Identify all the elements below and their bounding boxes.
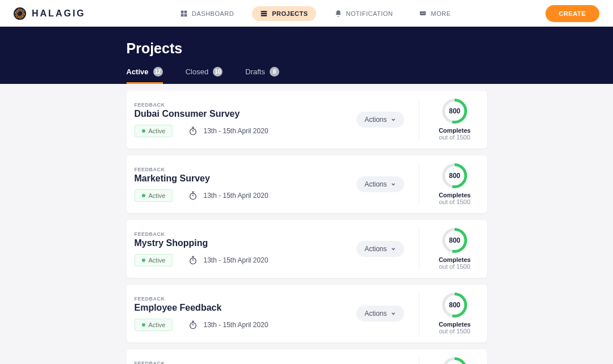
- chevron-down-icon: [391, 311, 396, 316]
- nav-more[interactable]: MORE: [411, 6, 459, 21]
- completes-ring: 800: [442, 293, 467, 318]
- tab-drafts[interactable]: Drafts 8: [245, 67, 279, 84]
- hero-section: Projects Active 12 Closed 10 Drafts 8: [0, 27, 613, 84]
- actions-label: Actions: [364, 116, 387, 124]
- tab-active-count: 12: [153, 67, 163, 77]
- card-meta-row: Active 13th - 15th April 2020: [135, 125, 357, 137]
- card-actions: Actions: [356, 176, 404, 192]
- actions-label: Actions: [364, 180, 387, 188]
- date-range: 13th - 15th April 2020: [188, 256, 268, 265]
- svg-point-11: [190, 129, 196, 135]
- completes-label: Completes: [434, 321, 476, 328]
- status-pill: Active: [135, 254, 173, 266]
- card-main: FEEDBACK Marketing Survey Active 13th - …: [135, 167, 357, 202]
- project-card: FEEDBACK Dubai Consumer Survey Active 13…: [127, 91, 487, 149]
- card-title: Mystry Shopping: [135, 238, 357, 248]
- status-pill: Active: [135, 125, 173, 137]
- tab-closed-label: Closed: [186, 67, 208, 76]
- project-list: FEEDBACK Dubai Consumer Survey Active 13…: [127, 84, 487, 364]
- logo-icon: [14, 7, 26, 20]
- brand-name: HALAGIG: [32, 9, 86, 19]
- bell-icon: [334, 10, 342, 18]
- tabs: Active 12 Closed 10 Drafts 8: [127, 67, 487, 84]
- date-text: 13th - 15th April 2020: [203, 256, 268, 264]
- tab-active[interactable]: Active 12: [127, 67, 163, 84]
- nav-projects[interactable]: PROJECTS: [252, 6, 316, 21]
- completes-value: 800: [449, 236, 460, 244]
- status-dot-icon: [142, 323, 145, 327]
- actions-button[interactable]: Actions: [356, 112, 404, 128]
- status-dot-icon: [142, 129, 145, 133]
- completes-ring: 800: [442, 99, 467, 124]
- card-actions: Actions: [356, 112, 404, 128]
- nav-dashboard[interactable]: DASHBOARD: [172, 6, 242, 21]
- card-title: Dubai Consumer Survey: [135, 109, 357, 119]
- topbar: HALAGIG DASHBOARD PROJECTS NOTIFICATION …: [0, 0, 613, 27]
- card-stats: 800 Completes out of 1500: [419, 163, 476, 205]
- svg-rect-3: [184, 14, 187, 16]
- page-title: Projects: [127, 40, 487, 57]
- completes-sub: out of 1500: [434, 328, 476, 335]
- top-nav: DASHBOARD PROJECTS NOTIFICATION MORE: [172, 6, 459, 21]
- svg-rect-1: [184, 10, 187, 13]
- date-text: 13th - 15th April 2020: [203, 192, 268, 200]
- svg-rect-0: [181, 10, 184, 13]
- svg-point-8: [421, 12, 422, 13]
- svg-rect-5: [261, 12, 267, 14]
- date-text: 13th - 15th April 2020: [203, 127, 268, 135]
- status-label: Active: [149, 257, 166, 264]
- nav-notification-label: NOTIFICATION: [346, 10, 393, 17]
- completes-ring: 800: [442, 228, 467, 253]
- nav-dashboard-label: DASHBOARD: [192, 10, 234, 17]
- projects-icon: [260, 10, 268, 18]
- nav-projects-label: PROJECTS: [272, 10, 308, 17]
- more-icon: [419, 10, 427, 18]
- status-pill: Active: [135, 189, 173, 202]
- card-kicker: FEEDBACK: [135, 102, 357, 108]
- svg-point-10: [424, 12, 425, 13]
- card-meta-row: Active 13th - 15th April 2020: [135, 189, 357, 202]
- actions-label: Actions: [364, 245, 387, 253]
- card-kicker: FEEDBACK: [135, 296, 357, 302]
- svg-point-9: [423, 12, 423, 13]
- status-dot-icon: [142, 259, 145, 262]
- date-text: 13th - 15th April 2020: [203, 321, 268, 329]
- card-actions: Actions: [356, 306, 404, 321]
- chevron-down-icon: [391, 181, 396, 187]
- completes-value: 800: [449, 301, 460, 309]
- status-pill: Active: [135, 319, 173, 331]
- completes-sub: out of 1500: [434, 198, 476, 205]
- card-stats: 800 Completes out of 1500: [419, 357, 476, 364]
- svg-rect-6: [261, 15, 267, 16]
- actions-button[interactable]: Actions: [356, 306, 404, 321]
- card-main: FEEDBACK Dubai Consumer Survey Active 13…: [135, 102, 357, 137]
- stopwatch-icon: [188, 256, 198, 265]
- nav-notification[interactable]: NOTIFICATION: [326, 6, 401, 21]
- card-main: FEEDBACK Customer Service Survey Active …: [135, 361, 357, 364]
- completes-sub: out of 1500: [434, 263, 476, 270]
- svg-rect-2: [181, 14, 184, 16]
- stopwatch-icon: [188, 126, 198, 136]
- tab-closed[interactable]: Closed 10: [186, 67, 223, 84]
- card-title: Employee Feedback: [135, 303, 357, 313]
- card-stats: 800 Completes out of 1500: [419, 228, 476, 270]
- completes-label: Completes: [434, 192, 476, 198]
- completes-ring: 800: [442, 163, 467, 188]
- completes-sub: out of 1500: [434, 134, 476, 141]
- card-stats: 800 Completes out of 1500: [419, 99, 476, 141]
- tab-closed-count: 10: [213, 67, 222, 77]
- create-button[interactable]: CREATE: [545, 5, 599, 22]
- stopwatch-icon: [188, 191, 198, 200]
- completes-label: Completes: [434, 127, 476, 134]
- card-main: FEEDBACK Mystry Shopping Active 13th - 1…: [135, 231, 357, 266]
- actions-button[interactable]: Actions: [356, 176, 404, 192]
- card-kicker: FEEDBACK: [135, 167, 357, 172]
- card-meta-row: Active 13th - 15th April 2020: [135, 319, 357, 331]
- card-title: Marketing Survey: [135, 173, 357, 184]
- date-range: 13th - 15th April 2020: [188, 320, 268, 329]
- svg-rect-4: [261, 11, 267, 12]
- actions-button[interactable]: Actions: [356, 241, 404, 257]
- status-label: Active: [149, 192, 166, 199]
- project-card: FEEDBACK Marketing Survey Active 13th - …: [127, 155, 487, 213]
- card-kicker: FEEDBACK: [135, 361, 357, 364]
